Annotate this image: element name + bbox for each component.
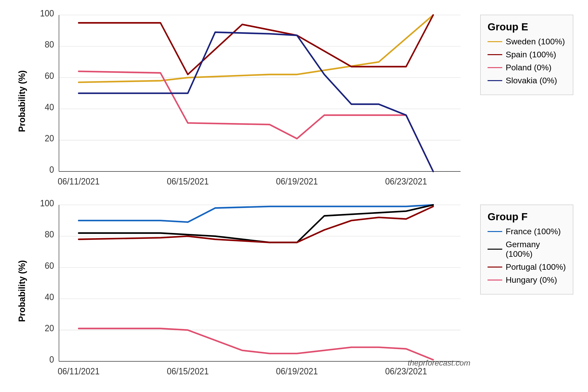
chart-area-group-f: 0 20 40 60 80 100 06/11/2021 06/15/2021 … [30, 200, 473, 382]
legend-label-slovakia: Slovakia (0%) [506, 76, 557, 85]
svg-text:80: 80 [45, 229, 54, 239]
line-spain [79, 15, 433, 74]
legend-label-hungary: Hungary (0%) [506, 275, 557, 285]
legend-line-sweden [488, 41, 502, 42]
line-france [79, 205, 433, 222]
legend-label-germany: Germany (100%) [506, 240, 566, 259]
svg-text:06/19/2021: 06/19/2021 [276, 366, 318, 376]
svg-text:100: 100 [40, 8, 54, 18]
svg-text:06/23/2021: 06/23/2021 [385, 366, 427, 376]
legend-item-sweden: Sweden (100%) [488, 37, 566, 46]
legend-line-hungary [488, 280, 502, 280]
y-axis-label-group-f: Probability (%) [15, 200, 30, 382]
svg-text:06/15/2021: 06/15/2021 [167, 176, 209, 186]
chart-group-f-wrapper: Probability (%) 0 20 40 60 80 100 [15, 200, 573, 382]
legend-line-poland [488, 67, 502, 68]
legend-line-france [488, 231, 502, 232]
line-portugal [79, 206, 433, 242]
svg-text:20: 20 [45, 134, 54, 143]
svg-text:06/23/2021: 06/23/2021 [385, 176, 427, 186]
legend-item-portugal: Portugal (100%) [488, 262, 566, 272]
svg-text:40: 40 [45, 102, 54, 112]
chart-area-group-e: 0 20 40 60 80 100 06/11/2021 06/15/2021 … [30, 10, 473, 192]
page-container: Probability (%) 0 20 [0, 0, 588, 392]
y-axis-label-group-e: Probability (%) [15, 10, 30, 192]
legend-title-group-e: Group E [488, 21, 566, 33]
legend-item-slovakia: Slovakia (0%) [488, 76, 566, 85]
legend-item-spain: Spain (100%) [488, 50, 566, 59]
svg-text:06/19/2021: 06/19/2021 [276, 176, 318, 186]
legend-group-f: Group F France (100%) Germany (100%) Por… [480, 204, 573, 294]
svg-text:06/15/2021: 06/15/2021 [167, 366, 209, 376]
legend-line-spain [488, 54, 502, 55]
legend-label-portugal: Portugal (100%) [506, 262, 566, 272]
legend-label-poland: Poland (0%) [506, 63, 552, 72]
line-germany [79, 205, 433, 242]
legend-label-spain: Spain (100%) [506, 50, 556, 59]
chart-svg-group-e: 0 20 40 60 80 100 06/11/2021 06/15/2021 … [30, 10, 473, 192]
legend-label-france: France (100%) [506, 226, 561, 236]
svg-text:80: 80 [45, 40, 54, 49]
chart-svg-group-f: 0 20 40 60 80 100 06/11/2021 06/15/2021 … [30, 200, 473, 382]
legend-item-poland: Poland (0%) [488, 63, 566, 72]
legend-item-france: France (100%) [488, 226, 566, 236]
chart-divider [15, 195, 573, 200]
svg-text:100: 100 [40, 198, 54, 208]
watermark: theprforecast.com [408, 358, 470, 368]
legend-line-portugal [488, 266, 502, 268]
svg-text:60: 60 [45, 261, 54, 270]
svg-text:60: 60 [45, 71, 54, 80]
line-slovakia [79, 32, 433, 172]
legend-line-slovakia [488, 80, 502, 81]
chart-group-e-wrapper: Probability (%) 0 20 [15, 10, 573, 192]
svg-text:0: 0 [50, 354, 54, 364]
legend-group-e: Group E Sweden (100%) Spain (100%) Polan… [480, 15, 573, 95]
svg-text:0: 0 [50, 165, 54, 174]
svg-text:40: 40 [45, 292, 54, 302]
legend-line-germany [488, 249, 502, 250]
legend-item-hungary: Hungary (0%) [488, 275, 566, 285]
svg-text:06/11/2021: 06/11/2021 [58, 176, 100, 186]
svg-text:20: 20 [45, 324, 54, 333]
line-hungary [79, 328, 433, 360]
legend-label-sweden: Sweden (100%) [506, 37, 565, 46]
legend-title-group-f: Group F [488, 211, 566, 223]
line-poland [79, 71, 433, 172]
legend-item-germany: Germany (100%) [488, 240, 566, 259]
svg-text:06/11/2021: 06/11/2021 [58, 366, 100, 376]
